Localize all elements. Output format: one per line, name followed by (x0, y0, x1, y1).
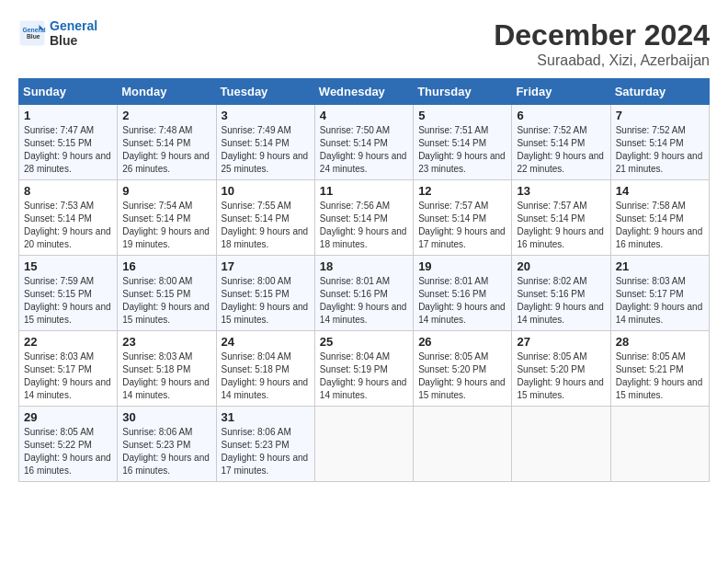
day-number: 17 (222, 259, 310, 273)
day-cell: 31 Sunrise: 8:06 AM Sunset: 5:23 PM Dayl… (216, 407, 314, 482)
day-cell: 29 Sunrise: 8:05 AM Sunset: 5:22 PM Dayl… (19, 407, 118, 482)
day-number: 15 (24, 259, 112, 273)
day-cell: 25 Sunrise: 8:04 AM Sunset: 5:19 PM Dayl… (314, 331, 413, 407)
day-info: Sunrise: 8:06 AM Sunset: 5:23 PM Dayligh… (122, 426, 210, 477)
day-number: 7 (616, 109, 704, 122)
day-cell: 6 Sunrise: 7:52 AM Sunset: 5:14 PM Dayli… (512, 105, 610, 180)
day-cell: 5 Sunrise: 7:51 AM Sunset: 5:14 PM Dayli… (414, 105, 512, 180)
day-info: Sunrise: 7:51 AM Sunset: 5:14 PM Dayligh… (418, 124, 506, 176)
day-number: 13 (517, 184, 605, 198)
page-header: General Blue General Blue December 2024 … (18, 18, 710, 69)
day-info: Sunrise: 8:05 AM Sunset: 5:21 PM Dayligh… (616, 350, 704, 402)
col-header-wednesday: Wednesday (314, 79, 413, 105)
day-cell: 26 Sunrise: 8:05 AM Sunset: 5:20 PM Dayl… (414, 331, 512, 407)
day-info: Sunrise: 8:05 AM Sunset: 5:20 PM Dayligh… (517, 350, 605, 402)
day-number: 28 (616, 335, 704, 349)
day-number: 6 (517, 109, 605, 122)
day-cell: 7 Sunrise: 7:52 AM Sunset: 5:14 PM Dayli… (610, 105, 709, 180)
day-info: Sunrise: 8:01 AM Sunset: 5:16 PM Dayligh… (320, 275, 408, 327)
svg-text:Blue: Blue (27, 33, 40, 40)
day-cell: 30 Sunrise: 8:06 AM Sunset: 5:23 PM Dayl… (118, 407, 216, 482)
day-cell (610, 407, 709, 482)
day-cell: 17 Sunrise: 8:00 AM Sunset: 5:15 PM Dayl… (216, 256, 314, 331)
day-cell: 1 Sunrise: 7:47 AM Sunset: 5:15 PM Dayli… (19, 105, 118, 180)
day-number: 4 (320, 109, 408, 122)
day-number: 24 (222, 335, 310, 349)
logo-text-general: General (50, 18, 97, 33)
day-info: Sunrise: 7:54 AM Sunset: 5:14 PM Dayligh… (122, 200, 210, 251)
day-info: Sunrise: 8:00 AM Sunset: 5:15 PM Dayligh… (222, 275, 310, 327)
logo-icon: General Blue (18, 19, 46, 47)
day-number: 31 (222, 410, 310, 424)
day-info: Sunrise: 7:49 AM Sunset: 5:14 PM Dayligh… (222, 124, 310, 176)
day-cell: 16 Sunrise: 8:00 AM Sunset: 5:15 PM Dayl… (118, 256, 216, 331)
col-header-thursday: Thursday (414, 79, 512, 105)
day-cell: 8 Sunrise: 7:53 AM Sunset: 5:14 PM Dayli… (19, 180, 118, 256)
day-info: Sunrise: 7:53 AM Sunset: 5:14 PM Dayligh… (24, 200, 112, 251)
day-cell: 15 Sunrise: 7:59 AM Sunset: 5:15 PM Dayl… (19, 256, 118, 331)
day-number: 8 (24, 184, 112, 198)
day-info: Sunrise: 8:02 AM Sunset: 5:16 PM Dayligh… (517, 275, 605, 327)
logo: General Blue General Blue (18, 18, 97, 48)
day-info: Sunrise: 8:03 AM Sunset: 5:18 PM Dayligh… (122, 350, 210, 402)
day-cell: 23 Sunrise: 8:03 AM Sunset: 5:18 PM Dayl… (118, 331, 216, 407)
day-number: 1 (24, 109, 112, 122)
day-number: 3 (222, 109, 310, 122)
day-number: 12 (418, 184, 506, 198)
day-cell: 19 Sunrise: 8:01 AM Sunset: 5:16 PM Dayl… (414, 256, 512, 331)
day-number: 22 (24, 335, 112, 349)
day-number: 20 (517, 259, 605, 273)
day-info: Sunrise: 8:03 AM Sunset: 5:17 PM Dayligh… (24, 350, 112, 402)
day-number: 2 (122, 109, 210, 122)
day-info: Sunrise: 8:04 AM Sunset: 5:18 PM Dayligh… (222, 350, 310, 402)
day-cell: 13 Sunrise: 7:57 AM Sunset: 5:14 PM Dayl… (512, 180, 610, 256)
day-cell: 12 Sunrise: 7:57 AM Sunset: 5:14 PM Dayl… (414, 180, 512, 256)
day-cell: 4 Sunrise: 7:50 AM Sunset: 5:14 PM Dayli… (314, 105, 413, 180)
week-row-3: 15 Sunrise: 7:59 AM Sunset: 5:15 PM Dayl… (19, 256, 710, 331)
week-row-2: 8 Sunrise: 7:53 AM Sunset: 5:14 PM Dayli… (19, 180, 710, 256)
day-info: Sunrise: 8:05 AM Sunset: 5:20 PM Dayligh… (418, 350, 506, 402)
day-number: 18 (320, 259, 408, 273)
day-info: Sunrise: 8:00 AM Sunset: 5:15 PM Dayligh… (122, 275, 210, 327)
day-number: 26 (418, 335, 506, 349)
day-number: 30 (122, 410, 210, 424)
day-info: Sunrise: 7:52 AM Sunset: 5:14 PM Dayligh… (517, 124, 605, 176)
day-number: 14 (616, 184, 704, 198)
day-cell: 9 Sunrise: 7:54 AM Sunset: 5:14 PM Dayli… (118, 180, 216, 256)
day-cell: 20 Sunrise: 8:02 AM Sunset: 5:16 PM Dayl… (512, 256, 610, 331)
day-number: 9 (122, 184, 210, 198)
day-info: Sunrise: 7:56 AM Sunset: 5:14 PM Dayligh… (320, 200, 408, 251)
day-cell: 21 Sunrise: 8:03 AM Sunset: 5:17 PM Dayl… (610, 256, 709, 331)
week-row-5: 29 Sunrise: 8:05 AM Sunset: 5:22 PM Dayl… (19, 407, 710, 482)
week-row-1: 1 Sunrise: 7:47 AM Sunset: 5:15 PM Dayli… (19, 105, 710, 180)
header-row: SundayMondayTuesdayWednesdayThursdayFrid… (19, 79, 710, 105)
day-info: Sunrise: 7:59 AM Sunset: 5:15 PM Dayligh… (24, 275, 112, 327)
month-title: December 2024 (494, 18, 710, 52)
day-cell: 28 Sunrise: 8:05 AM Sunset: 5:21 PM Dayl… (610, 331, 709, 407)
day-number: 11 (320, 184, 408, 198)
day-info: Sunrise: 7:55 AM Sunset: 5:14 PM Dayligh… (222, 200, 310, 251)
day-cell: 18 Sunrise: 8:01 AM Sunset: 5:16 PM Dayl… (314, 256, 413, 331)
day-cell: 3 Sunrise: 7:49 AM Sunset: 5:14 PM Dayli… (216, 105, 314, 180)
day-number: 29 (24, 410, 112, 424)
day-info: Sunrise: 7:48 AM Sunset: 5:14 PM Dayligh… (122, 124, 210, 176)
col-header-monday: Monday (118, 79, 216, 105)
col-header-sunday: Sunday (19, 79, 118, 105)
location: Suraabad, Xizi, Azerbaijan (494, 52, 710, 69)
day-info: Sunrise: 7:58 AM Sunset: 5:14 PM Dayligh… (616, 200, 704, 251)
day-number: 5 (418, 109, 506, 122)
day-info: Sunrise: 7:52 AM Sunset: 5:14 PM Dayligh… (616, 124, 704, 176)
day-cell: 2 Sunrise: 7:48 AM Sunset: 5:14 PM Dayli… (118, 105, 216, 180)
day-number: 21 (616, 259, 704, 273)
day-cell: 10 Sunrise: 7:55 AM Sunset: 5:14 PM Dayl… (216, 180, 314, 256)
day-cell: 22 Sunrise: 8:03 AM Sunset: 5:17 PM Dayl… (19, 331, 118, 407)
day-number: 23 (122, 335, 210, 349)
day-info: Sunrise: 7:50 AM Sunset: 5:14 PM Dayligh… (320, 124, 408, 176)
day-cell: 24 Sunrise: 8:04 AM Sunset: 5:18 PM Dayl… (216, 331, 314, 407)
day-number: 27 (517, 335, 605, 349)
logo-text-blue: Blue (50, 33, 97, 48)
day-number: 16 (122, 259, 210, 273)
day-info: Sunrise: 8:03 AM Sunset: 5:17 PM Dayligh… (616, 275, 704, 327)
day-cell: 27 Sunrise: 8:05 AM Sunset: 5:20 PM Dayl… (512, 331, 610, 407)
col-header-friday: Friday (512, 79, 610, 105)
